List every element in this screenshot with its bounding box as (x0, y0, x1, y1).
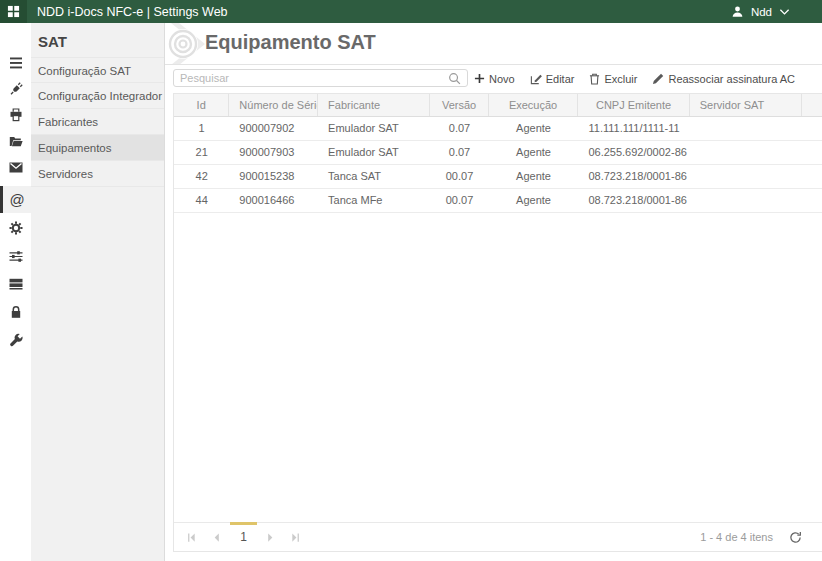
excluir-button[interactable]: Excluir (589, 73, 637, 85)
edit-icon (530, 73, 542, 85)
lock-icon[interactable] (0, 299, 31, 325)
column-header-versao[interactable]: Versão (430, 94, 488, 116)
sidebar-menu: Configuração SAT Configuração Integrador… (31, 57, 164, 187)
pencil-icon (652, 73, 664, 85)
cell-numero-serie: 900007902 (229, 117, 318, 140)
cell-id: 44 (174, 189, 229, 212)
pager-last-button[interactable] (283, 525, 308, 550)
cell-fabricante: Emulador SAT (318, 141, 430, 164)
refresh-icon[interactable] (789, 531, 802, 544)
sidebar-item-equipamentos[interactable]: Equipamentos (31, 135, 164, 161)
grid-empty-space (174, 213, 822, 522)
search-icon[interactable] (446, 72, 467, 85)
reassociar-assinatura-button[interactable]: Reassociar assinatura AC (652, 73, 795, 85)
cell-fabricante: Tanca MFe (318, 189, 430, 212)
cell-execucao: Agente (489, 117, 579, 140)
pager-page-1[interactable]: 1 (229, 523, 258, 551)
content-area: Equipamento SAT Novo Editar (165, 23, 822, 561)
grid-header-row: Id Número de Série Fabricante Versão Exe… (174, 94, 822, 117)
cell-execucao: Agente (489, 189, 579, 212)
table-row[interactable]: 21 900007903 Emulador SAT 0.07 Agente 06… (174, 141, 822, 165)
search-box (173, 69, 468, 87)
table-row[interactable]: 1 900007902 Emulador SAT 0.07 Agente 11.… (174, 117, 822, 141)
column-header-cnpj-emitente[interactable]: CNPJ Emitente (578, 94, 689, 116)
cell-execucao: Agente (489, 165, 579, 188)
column-header-filler (802, 94, 822, 116)
folder-icon[interactable] (0, 128, 31, 154)
novo-button[interactable]: Novo (474, 73, 515, 85)
menu-icon[interactable] (0, 50, 31, 76)
plug-icon[interactable] (0, 76, 31, 102)
cell-id: 1 (174, 117, 229, 140)
apps-button[interactable] (0, 0, 27, 23)
column-header-servidor-sat[interactable]: Servidor SAT (690, 94, 802, 116)
toolbar: Novo Editar Excluir (474, 71, 795, 86)
top-bar: NDD i-Docs NFC-e | Settings Web Ndd (0, 0, 822, 23)
printer-icon[interactable] (0, 102, 31, 128)
trash-icon (589, 73, 600, 85)
sidebar-item-fabricantes[interactable]: Fabricantes (31, 109, 164, 135)
equipment-grid: Id Número de Série Fabricante Versão Exe… (173, 93, 822, 552)
cell-versao: 0.07 (430, 117, 488, 140)
pager-info: 1 - 4 de 4 itens (700, 531, 802, 544)
cell-numero-serie: 900016466 (229, 189, 318, 212)
at-icon[interactable] (0, 186, 31, 213)
cell-servidor-sat (690, 165, 802, 188)
cell-cnpj-emitente: 08.723.218/0001-86 (578, 189, 689, 212)
cell-numero-serie: 900007903 (229, 141, 318, 164)
pager-next-button[interactable] (258, 525, 283, 550)
server-icon[interactable] (0, 271, 31, 297)
sidebar: SAT Configuração SAT Configuração Integr… (31, 23, 165, 561)
wrench-icon[interactable] (0, 327, 31, 353)
cell-execucao: Agente (489, 141, 579, 164)
column-header-numero-serie[interactable]: Número de Série (229, 94, 318, 116)
sliders-icon[interactable] (0, 243, 31, 269)
pager-first-button[interactable] (179, 525, 204, 550)
envelope-icon[interactable] (0, 154, 31, 180)
cell-cnpj-emitente: 11.111.111/1111-11 (578, 117, 689, 140)
cell-servidor-sat (690, 117, 802, 140)
cell-servidor-sat (690, 141, 802, 164)
gear-icon[interactable] (0, 215, 31, 241)
cell-versao: 0.07 (430, 141, 488, 164)
user-name: Ndd (751, 6, 772, 18)
app-title: NDD i-Docs NFC-e | Settings Web (37, 5, 228, 19)
user-icon (731, 5, 744, 18)
pager-prev-button[interactable] (204, 525, 229, 550)
sidebar-header: SAT (31, 23, 164, 57)
column-header-id[interactable]: Id (174, 94, 229, 116)
search-input[interactable] (174, 70, 446, 86)
at-glyph (9, 192, 24, 207)
pager: 1 1 - 4 de 4 itens (174, 522, 822, 551)
page-title: Equipamento SAT (205, 31, 376, 54)
cell-numero-serie: 900015238 (229, 165, 318, 188)
sidebar-item-servidores[interactable]: Servidores (31, 161, 164, 187)
table-row[interactable]: 42 900015238 Tanca SAT 00.07 Agente 08.7… (174, 165, 822, 189)
editar-button[interactable]: Editar (530, 73, 575, 85)
sidebar-item-configuracao-sat[interactable]: Configuração SAT (31, 57, 164, 83)
cell-cnpj-emitente: 08.723.218/0001-86 (578, 165, 689, 188)
cell-fabricante: Emulador SAT (318, 117, 430, 140)
pager-info-text: 1 - 4 de 4 itens (700, 531, 773, 543)
table-row[interactable]: 44 900016466 Tanca MFe 00.07 Agente 08.7… (174, 189, 822, 213)
chevron-down-icon (779, 8, 790, 16)
column-header-fabricante[interactable]: Fabricante (318, 94, 430, 116)
cell-versao: 00.07 (430, 189, 488, 212)
cell-cnpj-emitente: 06.255.692/0002-86 (578, 141, 689, 164)
cell-versao: 00.07 (430, 165, 488, 188)
plus-icon (474, 73, 485, 84)
cell-servidor-sat (690, 189, 802, 212)
icon-rail (0, 23, 31, 561)
sidebar-item-configuracao-integrador[interactable]: Configuração Integrador (31, 83, 164, 109)
page-header: Equipamento SAT (165, 23, 822, 65)
cell-id: 42 (174, 165, 229, 188)
column-header-execucao[interactable]: Execução (489, 94, 579, 116)
cell-id: 21 (174, 141, 229, 164)
cell-fabricante: Tanca SAT (318, 165, 430, 188)
apps-grid-icon (7, 5, 20, 18)
user-menu[interactable]: Ndd (731, 5, 822, 18)
